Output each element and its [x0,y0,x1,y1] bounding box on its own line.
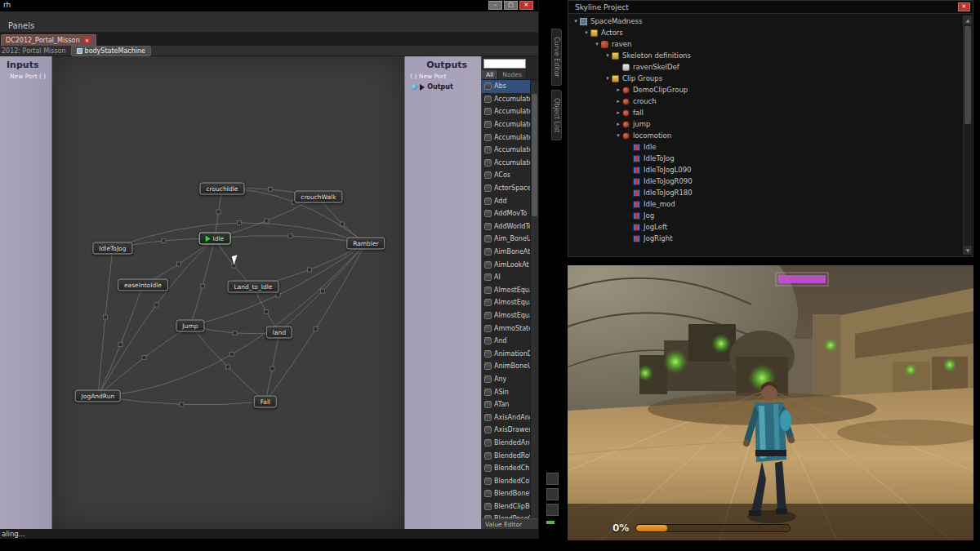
tree-row-fall[interactable]: ▸fall [570,107,962,118]
game-viewport[interactable]: 0% [568,265,973,540]
tree-row-locomotion[interactable]: ▾locomotion [570,130,962,141]
dock-icon-3[interactable] [546,504,559,516]
graph-node-crouchidle[interactable]: crouchIdle [199,183,244,195]
node-search-input[interactable] [483,59,526,69]
node-list-item[interactable]: AlmostEqual [482,296,530,309]
project-close-button[interactable]: ✕ [958,2,970,11]
breadcrumb-tab[interactable]: 2012: Portal Misson [0,47,71,55]
tree-row-skeleton-definitions[interactable]: ▾Skeleton definitions [570,50,962,61]
node-list-item[interactable]: AnimationD [482,347,530,360]
tab-close-icon[interactable]: ✕ [83,37,91,44]
graph-node-idletojog[interactable]: IdleToJog [92,242,132,255]
node-list-item[interactable]: AnimBoneUp [482,360,530,373]
expand-icon[interactable]: ▸ [614,98,622,104]
scroll-down-icon[interactable]: ▼ [964,246,972,255]
expand-icon[interactable]: ▸ [614,109,622,116]
graph-node-landtoidle[interactable]: Land_to_Idle [227,281,278,293]
side-tab-object-list[interactable]: Object List [551,90,562,141]
node-list-item[interactable]: ASin [482,385,530,398]
node-list-item[interactable]: AlmostEqual [482,309,530,322]
value-editor-header[interactable]: Value Editor [482,518,538,529]
node-list-item[interactable]: AI [482,271,530,284]
graph-node-crouchwalk[interactable]: crouchWalk [294,191,342,203]
dock-icon-1[interactable] [546,473,559,485]
doc-tab-mission[interactable]: DC2012_Portal_Misson ✕ [1,34,96,46]
collapse-icon[interactable]: ▾ [604,52,612,59]
tree-row-idletojogr180[interactable]: IdleToJogR180 [570,187,962,198]
collapse-icon[interactable]: ▾ [593,41,601,47]
inputs-new-port[interactable]: New Port ( ) [0,73,51,80]
graph-node-idle[interactable]: Idle [199,233,231,245]
graph-node-jump[interactable]: Jump [176,320,204,332]
node-list-item[interactable]: BlendClipBo [482,500,530,513]
dock-icon-2[interactable] [546,488,559,500]
node-list-item[interactable]: BlendPoseCl [482,513,530,518]
collapse-icon[interactable]: ▾ [614,132,622,139]
tree-scrollbar[interactable]: ▲ ▼ [963,16,972,255]
menu-panels[interactable]: Panels [5,20,38,32]
graph-node-easeintoidle[interactable]: easeIntoIdle [118,279,168,291]
expand-icon[interactable]: ▸ [614,121,622,127]
tree-row-democlipgroup[interactable]: ▸DemoClipGroup [570,84,962,96]
maximize-button[interactable]: ▢ [504,1,518,10]
node-list-item[interactable]: AimBoneAtL [482,246,530,259]
node-list-item[interactable]: ActorSpace [482,182,530,195]
collapse-icon[interactable]: ▾ [582,29,590,36]
node-list-item[interactable]: AmmoState [482,322,530,335]
node-list-item[interactable]: Accumulate [482,157,530,170]
node-list-item[interactable]: ACos [482,169,530,182]
graph-node-jogandrun[interactable]: JogAndRun [75,390,122,402]
side-tab-curve-editor[interactable]: Curve Editor [551,29,562,86]
node-list-item[interactable]: BlendedCh [482,462,530,475]
tree-row-actors[interactable]: ▾Actors [570,27,962,38]
tree-row-jogleft[interactable]: JogLeft [570,221,962,233]
node-list-item[interactable]: BlendedRot [482,449,530,462]
node-list-item[interactable]: AddMovTo [482,207,530,220]
tree-row-idle_mod[interactable]: Idle_mod [570,198,962,210]
tree-row-jump[interactable]: ▸jump [570,118,962,130]
node-list-item[interactable]: Accumulate [482,93,530,106]
node-list-item[interactable]: Accumulate [482,144,530,157]
tree-scroll-thumb[interactable] [964,26,971,124]
node-list-item[interactable]: And [482,335,530,348]
expand-icon[interactable]: ▸ [614,87,622,93]
tree-row-jogright[interactable]: JogRight [570,233,962,244]
tab-nodes[interactable]: Nodes [498,70,526,79]
node-list-item[interactable]: Abs [482,80,530,93]
node-list-item[interactable]: Accumulate [482,118,530,131]
node-list-item[interactable]: Any [482,373,530,386]
node-list-item[interactable]: AddWorldTo [482,220,530,233]
node-list-item[interactable]: BlendedAnim [482,437,530,450]
tab-all[interactable]: All [482,70,498,79]
node-list-item[interactable]: BlendBoneU [482,487,530,500]
graph-node-land[interactable]: land [266,327,292,339]
close-button[interactable]: ✕ [519,1,533,10]
tree-row-idle[interactable]: Idle [570,141,962,153]
node-list-item[interactable]: BlendedColor [482,474,530,487]
scroll-up-icon[interactable]: ▲ [964,16,972,24]
tree-row-idletojog[interactable]: IdleToJog [570,153,962,164]
graph-canvas[interactable]: crouchIdlecrouchWalkIdleToJogIdleRambler… [52,56,404,529]
graph-node-rambler[interactable]: Rambler [346,238,385,250]
collapse-icon[interactable]: ▾ [604,75,612,82]
left-titlebar[interactable]: rh – ▢ ✕ [0,0,538,11]
graph-node-fall[interactable]: Fall [254,396,277,408]
node-list-item[interactable]: Add [482,194,530,207]
collapse-icon[interactable]: ▾ [572,18,580,24]
output-port[interactable]: Output [412,83,481,91]
tree-row-crouch[interactable]: ▸crouch [570,96,962,107]
tree-row-spacemadness[interactable]: ▾SpaceMadness [570,16,962,27]
node-list-item[interactable]: ATan [482,398,530,411]
outputs-new-port[interactable]: ( ) New Port [405,73,481,80]
node-list-scroll-thumb[interactable] [532,94,537,216]
node-list-item[interactable]: AxisAndAng [482,411,530,424]
node-list-scrollbar[interactable] [530,82,538,518]
tree-row-idletojogr090[interactable]: IdleToJogR090 [570,176,962,187]
node-list-item[interactable]: Aim_BoneUp [482,233,530,246]
tree-row-ravenskeldef[interactable]: ravenSkelDef [570,61,962,73]
node-list-item[interactable]: AimLookAt [482,258,530,271]
tree-row-jog[interactable]: Jog [570,210,962,221]
tab-bodystatemachine[interactable]: bodyStateMachine [71,46,151,56]
node-list-item[interactable]: AlmostEqual [482,284,530,297]
node-list-item[interactable]: Accumulate [482,131,530,144]
